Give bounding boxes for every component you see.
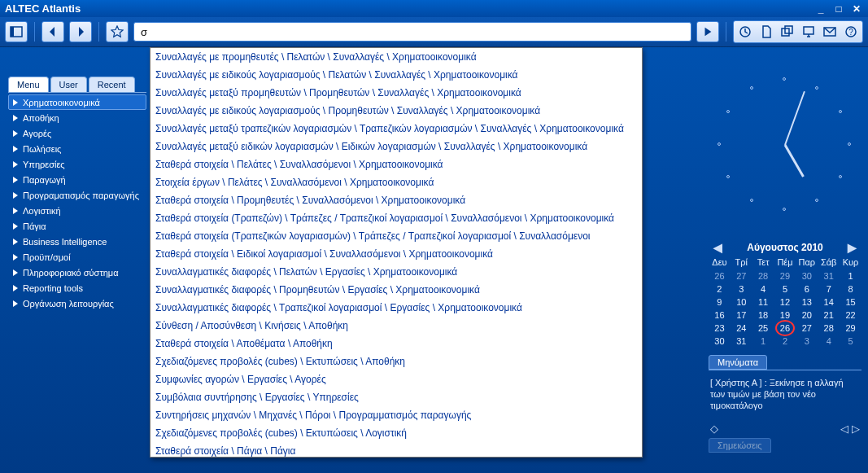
nav-item[interactable]: Υπηρεσίες — [8, 156, 146, 172]
calendar-day[interactable]: 24 — [731, 322, 752, 334]
suggestion-item[interactable]: Συντηρήσεις μηχανών \ Μηχανές \ Πόροι \ … — [150, 406, 642, 424]
calendar-day[interactable]: 27 — [796, 322, 818, 334]
calendar-day[interactable]: 19 — [774, 309, 796, 321]
calendar-day[interactable]: 13 — [796, 296, 818, 308]
calendar-day[interactable]: 2 — [709, 283, 731, 295]
calendar-day[interactable]: 1 — [840, 270, 861, 282]
suggestions-list[interactable]: Συναλλαγές με προμηθευτές \ Πελατών \ Συ… — [150, 48, 642, 457]
suggestion-item[interactable]: Στοιχεία έργων \ Πελάτες \ Συναλλασόμενο… — [150, 173, 642, 191]
nav-item[interactable]: Προγραματισμός παραγωγής — [8, 187, 146, 203]
close-button[interactable]: ✕ — [850, 3, 863, 15]
calendar-day[interactable]: 17 — [731, 309, 752, 321]
calendar-day[interactable]: 18 — [752, 309, 774, 321]
notes-tab[interactable]: Σημειώσεις — [709, 438, 771, 453]
calendar-day-other[interactable]: 3 — [796, 335, 818, 347]
tab-user[interactable]: User — [50, 77, 87, 92]
calendar-day-other[interactable]: 29 — [774, 270, 796, 282]
calendar-day[interactable]: 31 — [731, 335, 752, 347]
calendar-prev[interactable]: ◀ — [710, 241, 726, 254]
message-first[interactable]: ◇ — [710, 423, 718, 435]
help-shortcut[interactable]: ? — [841, 23, 861, 41]
message-pager[interactable]: ◁ ▷ — [840, 423, 860, 435]
nav-item[interactable]: Business Intelligence — [8, 234, 146, 249]
suggestion-item[interactable]: Συμφωνίες αγορών \ Εργασίες \ Αγορές — [150, 370, 642, 388]
mail-shortcut[interactable] — [820, 23, 840, 41]
minimize-button[interactable]: _ — [814, 3, 827, 15]
calendar-day[interactable]: 9 — [709, 296, 731, 308]
calendar-day[interactable]: 20 — [796, 309, 818, 321]
suggestion-item[interactable]: Σταθερά στοιχεία \ Πελάτες \ Συναλλασόμε… — [150, 155, 642, 173]
forward-button[interactable] — [69, 21, 92, 42]
nav-item[interactable]: Λογιστική — [8, 203, 146, 218]
calendar-day-other[interactable]: 5 — [840, 335, 861, 347]
nav-item[interactable]: Πωλήσεις — [8, 141, 146, 156]
calendar-day[interactable]: 7 — [818, 283, 840, 295]
suggestion-item[interactable]: Συναλλαγματικές διαφορές \ Πελατών \ Εργ… — [150, 263, 642, 281]
messages-tab[interactable]: Μηνύματα — [709, 355, 767, 370]
suggestion-item[interactable]: Συναλλαγές με ειδικούς λογαριασμούς \ Πε… — [150, 66, 642, 84]
suggestion-item[interactable]: Συναλλαγές μεταξύ τραπεζικών λογαριασμών… — [150, 120, 642, 138]
calendar-day[interactable]: 30 — [709, 335, 731, 347]
maximize-button[interactable]: □ — [832, 3, 845, 15]
calendar-day[interactable]: 8 — [840, 283, 861, 295]
calendar-day[interactable]: 21 — [818, 309, 840, 321]
suggestion-item[interactable]: Σταθερά στοιχεία (Τραπεζικών λογαριασμών… — [150, 227, 642, 245]
desktop-shortcut[interactable] — [799, 23, 818, 41]
calendar-day-other[interactable]: 26 — [709, 270, 731, 282]
calendar-day-other[interactable]: 28 — [752, 270, 774, 282]
calendar-day[interactable]: 6 — [796, 283, 818, 295]
suggestion-item[interactable]: Συναλλαγές με ειδικούς λογαριασμούς \ Πρ… — [150, 102, 642, 120]
suggestion-item[interactable]: Σταθερά στοιχεία \ Ειδικοί λογαριασμοί \… — [150, 245, 642, 263]
favorite-button[interactable] — [106, 21, 129, 42]
calendar-day[interactable]: 16 — [709, 309, 731, 321]
nav-item[interactable]: Χρηματοοικονομικά — [8, 94, 146, 110]
calendar-day[interactable]: 11 — [752, 296, 774, 308]
calendar-day[interactable]: 10 — [731, 296, 752, 308]
nav-item[interactable]: Reporting tools — [8, 280, 146, 296]
nav-item[interactable]: Παραγωγή — [8, 172, 146, 187]
suggestion-item[interactable]: Σχεδιαζόμενες προβολές (cubes) \ Εκτυπώσ… — [150, 424, 642, 442]
nav-item[interactable]: Πάγια — [8, 218, 146, 234]
suggestion-item[interactable]: Σταθερά στοιχεία \ Αποθέματα \ Αποθήκη — [150, 335, 642, 353]
calendar-day[interactable]: 22 — [840, 309, 861, 321]
calendar-day[interactable]: 4 — [752, 283, 774, 295]
suggestion-item[interactable]: Σύνθεση / Αποσύνθεση \ Κινήσεις \ Αποθήκ… — [150, 317, 642, 335]
suggestion-item[interactable]: Σχεδιαζόμενες προβολές (cubes) \ Εκτυπώσ… — [150, 353, 642, 370]
nav-item[interactable]: Αγορές — [8, 125, 146, 141]
suggestion-item[interactable]: Συναλλαγματικές διαφορές \ Προμηθευτών \… — [150, 281, 642, 299]
calendar-day[interactable]: 15 — [840, 296, 861, 308]
clock-shortcut[interactable] — [735, 23, 755, 41]
calendar-day-other[interactable]: 2 — [774, 335, 796, 347]
calendar-day[interactable]: 12 — [774, 296, 796, 308]
calendar-day[interactable]: 14 — [818, 296, 840, 308]
suggestion-item[interactable]: Συναλλαγές με προμηθευτές \ Πελατών \ Συ… — [150, 48, 642, 66]
suggestion-item[interactable]: Σταθερά στοιχεία \ Πάγια \ Πάγια — [150, 442, 642, 457]
nav-item[interactable]: Οργάνωση λειτουργίας — [8, 296, 146, 311]
nav-item[interactable]: Προϋπ/σμοί — [8, 249, 146, 265]
suggestion-item[interactable]: Συναλλαγές μεταξύ ειδικών λογαριασμών \ … — [150, 138, 642, 155]
calendar-day[interactable]: 3 — [731, 283, 752, 295]
back-button[interactable] — [41, 21, 64, 42]
panel-toggle-button[interactable] — [5, 21, 28, 42]
calendar-day[interactable]: 23 — [709, 322, 731, 334]
suggestion-item[interactable]: Σταθερά στοιχεία \ Προμηθευτές \ Συναλλα… — [150, 191, 642, 209]
calendar-day-other[interactable]: 27 — [731, 270, 752, 282]
tab-recent[interactable]: Recent — [89, 77, 135, 92]
calendar-day-other[interactable]: 1 — [752, 335, 774, 347]
calendar-day[interactable]: 29 — [840, 322, 861, 334]
calendar-day-other[interactable]: 4 — [818, 335, 840, 347]
suggestion-item[interactable]: Σταθερά στοιχεία (Τραπεζών) \ Τράπεζες /… — [150, 209, 642, 227]
go-button[interactable] — [696, 21, 719, 42]
nav-item[interactable]: Πληροφοριακό σύστημα — [8, 265, 146, 280]
search-input[interactable] — [139, 25, 686, 39]
suggestion-item[interactable]: Συναλλαγές μεταξύ προμηθευτών \ Προμηθευ… — [150, 84, 642, 102]
calendar-day-other[interactable]: 31 — [818, 270, 840, 282]
tab-menu[interactable]: Menu — [8, 77, 49, 92]
calendar-day[interactable]: 25 — [752, 322, 774, 334]
document-shortcut[interactable] — [757, 23, 776, 41]
calendar-day[interactable]: 26 — [774, 322, 796, 334]
nav-item[interactable]: Αποθήκη — [8, 110, 146, 125]
windows-shortcut[interactable] — [778, 23, 797, 41]
suggestion-item[interactable]: Συμβόλαια συντήρησης \ Εργασίες \ Υπηρεσ… — [150, 388, 642, 406]
suggestion-item[interactable]: Συναλλαγματικές διαφορές \ Τραπεζικοί λο… — [150, 299, 642, 317]
